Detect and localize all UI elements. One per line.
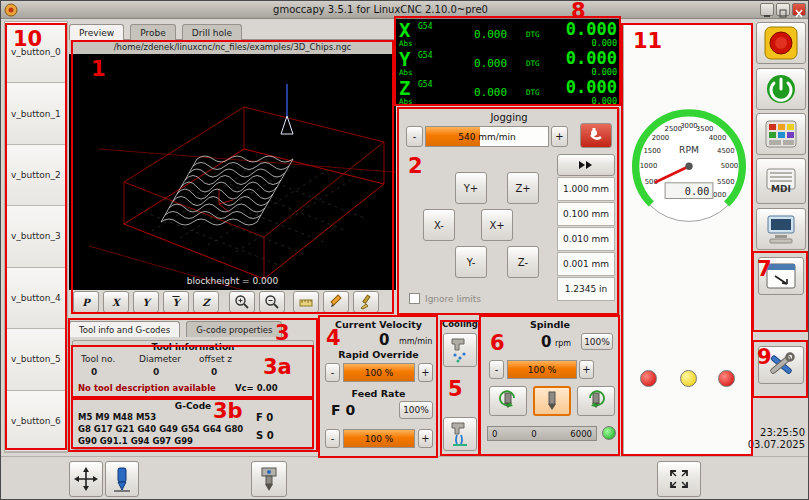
jog-z-plus-button[interactable]: Z+: [507, 172, 539, 204]
sidebar-item-v-button-2[interactable]: v_button_2: [5, 145, 67, 206]
zoom-in-button[interactable]: [229, 291, 255, 313]
sidebar-item-v-button-3[interactable]: v_button_3: [5, 206, 67, 267]
axis-z-abs-label: Abs: [399, 97, 413, 106]
increment-0001mm-label: 0.001 mm: [563, 259, 609, 269]
sidebar-item-v-button-4[interactable]: v_button_4: [5, 268, 67, 329]
feed-minus-button[interactable]: -: [325, 429, 340, 448]
spindle-speed-scale: 0 0 6000: [487, 426, 597, 441]
feed-100-button[interactable]: 100%: [399, 401, 433, 419]
increment-0001mm[interactable]: 0.001 mm: [557, 252, 615, 276]
spindle-stop-button[interactable]: [533, 386, 571, 416]
sidebar-item-v-button-6[interactable]: v_button_6: [5, 391, 67, 452]
dro-axis-z[interactable]: Z G54 Abs 0.000 DTG 0.000 0.000: [396, 77, 621, 106]
dimensions-edit-button[interactable]: [323, 291, 349, 313]
jog-speed-plus-button[interactable]: +: [551, 126, 568, 147]
axis-z-letter: Z: [399, 77, 410, 99]
blockheight-label: blockheight = 0.000: [69, 276, 396, 286]
increment-1mm[interactable]: 1.000 mm: [557, 177, 615, 201]
ignore-limits-checkbox[interactable]: Ignore limits: [409, 293, 481, 304]
sidebar-item-v-button-1[interactable]: v_button_1: [5, 83, 67, 144]
dro-panel: X G54 Abs 0.000 DTG 0.000 0.000 Y G54 Ab…: [396, 19, 621, 106]
jog-continuous-button[interactable]: [557, 154, 615, 176]
tool-description: No tool description available: [78, 383, 216, 393]
offset-z-header: offset z: [199, 354, 232, 364]
mist-button[interactable]: [443, 333, 477, 367]
velocity-panel: Current Velocity 0 mm/min Rapid Override…: [319, 316, 438, 458]
tool-information-frame: Tool information Tool no. Diameter offse…: [72, 340, 314, 397]
feed-rate-bar-value: 100 %: [344, 430, 414, 447]
jog-mode-button[interactable]: [580, 123, 612, 148]
fullscreen-button[interactable]: [657, 461, 701, 497]
increment-01mm[interactable]: 0.100 mm: [557, 202, 615, 226]
feed-plus-button[interactable]: +: [418, 429, 433, 448]
gcode-line-2: G8 G17 G21 G40 G49 G54 G64 G80: [78, 424, 243, 434]
view-y-button[interactable]: Y: [133, 291, 159, 313]
spindle-override-bar[interactable]: 100 %: [507, 360, 577, 379]
tool-info-panel: Tool info and G-codes G-code properties …: [69, 318, 317, 453]
spindle-gauge-panel: 500 1000 1500 2000 2500 3000 3500 4000 4…: [623, 23, 753, 456]
jog-y-minus-button[interactable]: Y-: [455, 246, 487, 278]
jog-x-minus-button[interactable]: X-: [423, 209, 455, 241]
feed-rate-bar[interactable]: 100 %: [343, 429, 415, 448]
spindle-minus-button[interactable]: -: [489, 360, 504, 379]
tool-measure-button[interactable]: [105, 461, 139, 497]
flood-button[interactable]: [443, 417, 477, 451]
jog-speed-bar[interactable]: 540 mm/min: [425, 126, 549, 147]
jog-speed-value: 540 mm/min: [426, 127, 548, 146]
spindle-100-button[interactable]: 100%: [581, 333, 613, 350]
touch-off-button[interactable]: [69, 461, 103, 497]
tool-dimensions-button[interactable]: [293, 291, 319, 313]
dro-axis-x[interactable]: X G54 Abs 0.000 DTG 0.000 0.000: [396, 19, 621, 48]
jog-z-minus-label: Z-: [518, 257, 528, 268]
tab-preview[interactable]: Preview: [69, 24, 124, 40]
tab-drill-hole[interactable]: Drill hole: [182, 24, 242, 40]
mdi-button[interactable]: MDI: [756, 158, 806, 204]
offsets-button[interactable]: [756, 208, 806, 250]
rapid-override-bar[interactable]: 100 %: [343, 363, 415, 382]
axis-y-letter: Y: [399, 48, 410, 70]
view-x-button[interactable]: X: [103, 291, 129, 313]
gremlin-3d-view[interactable]: blockheight = 0.000: [69, 54, 396, 290]
maximize-button[interactable]: [776, 3, 790, 16]
dro-axis-y[interactable]: Y G54 Abs 0.000 DTG 0.000 0.000: [396, 48, 621, 77]
fullscreen-icon: [667, 467, 691, 491]
v-button-5-label: v_button_5: [11, 354, 61, 364]
spindle-100-label: 100%: [584, 337, 610, 347]
jog-x-plus-button[interactable]: X+: [481, 209, 513, 241]
increment-inch-label: 1.2345 in: [565, 284, 608, 294]
increment-inch[interactable]: 1.2345 in: [557, 277, 615, 301]
rapid-plus-button[interactable]: +: [418, 363, 433, 382]
jog-speed-minus-button[interactable]: -: [406, 126, 423, 147]
minus-label: -: [495, 364, 499, 375]
close-button[interactable]: [792, 3, 806, 16]
plus-label: +: [582, 364, 590, 375]
minimize-button[interactable]: [760, 3, 774, 16]
jog-y-plus-button[interactable]: Y+: [455, 172, 487, 204]
tab-gcode-properties[interactable]: G-code properties: [186, 321, 282, 337]
tool-information-title: Tool information: [73, 342, 313, 352]
clear-plot-button[interactable]: [353, 291, 379, 313]
sidebar-item-v-button-5[interactable]: v_button_5: [5, 329, 67, 390]
view-z-button[interactable]: Z: [193, 291, 219, 313]
settings-keyboard-button[interactable]: [756, 113, 806, 155]
jog-z-minus-button[interactable]: Z-: [507, 246, 539, 278]
estop-button[interactable]: [756, 22, 806, 64]
view-p-button[interactable]: P: [73, 291, 99, 313]
increment-001mm[interactable]: 0.010 mm: [557, 227, 615, 251]
zoom-out-button[interactable]: [259, 291, 285, 313]
view-y2-button[interactable]: Y: [163, 291, 189, 313]
tab-tool-info[interactable]: Tool info and G-codes: [69, 321, 180, 337]
sidebar-item-v-button-0[interactable]: v_button_0: [5, 22, 67, 83]
spindle-left-button[interactable]: [489, 386, 527, 416]
machine-on-button[interactable]: [756, 68, 806, 110]
spindle-at-speed-light: [602, 426, 616, 440]
window-mode-button[interactable]: [758, 257, 804, 295]
tool-change-button[interactable]: [251, 461, 287, 497]
feed-100-label: 100%: [403, 405, 429, 415]
rapid-minus-button[interactable]: -: [325, 363, 340, 382]
settings-tools-button[interactable]: [758, 346, 804, 384]
tab-probe[interactable]: Probe: [130, 24, 176, 40]
spindle-right-button[interactable]: [577, 386, 615, 416]
spindle-plus-button[interactable]: +: [579, 360, 594, 379]
blue-probe-icon: [111, 466, 133, 492]
